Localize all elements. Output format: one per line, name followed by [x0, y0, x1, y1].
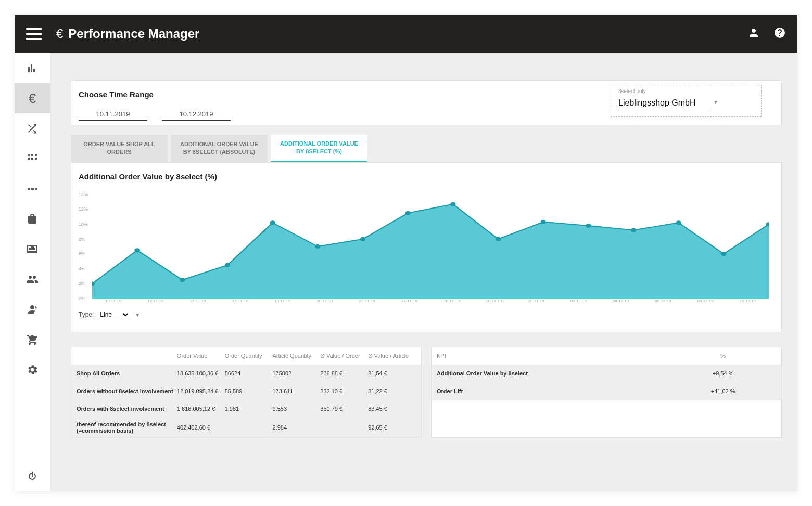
table-header: Order ValueOrder QuantityArticle Quantit… — [71, 347, 421, 365]
sidebar-item-power[interactable] — [15, 461, 50, 491]
chart-x-tick: 12.11.19 — [134, 299, 176, 303]
chart-x-tick: 22.11.19 — [346, 299, 388, 303]
chart-x-tick: 18.11.19 — [261, 299, 303, 303]
date-to-input[interactable] — [162, 108, 231, 121]
svg-point-5 — [315, 244, 320, 249]
chart-y-tick: 8% — [79, 237, 85, 242]
main-content: Choose Time Range 8select only Lieblings… — [50, 53, 797, 491]
chart-y-tick: 4% — [79, 266, 85, 271]
chart-type-select[interactable]: Line — [97, 309, 130, 320]
chart-y-tick: 14% — [79, 192, 88, 197]
svg-point-9 — [496, 237, 501, 241]
sidebar-item-people[interactable] — [15, 264, 50, 294]
metrics-table: Order ValueOrder QuantityArticle Quantit… — [71, 347, 422, 438]
chart-x-tick: 14.11.19 — [177, 299, 219, 303]
chevron-down-icon: ▼ — [135, 312, 140, 318]
table-row: Additional Order Value by 8select+9,54 % — [432, 365, 781, 383]
sidebar-item-analytics[interactable] — [15, 53, 50, 83]
shop-selector-value: Lieblingsshop GmbH — [618, 96, 711, 110]
sidebar-item-display[interactable] — [15, 234, 50, 264]
chart-x-tick: 26.11.19 — [430, 299, 473, 303]
date-from-input[interactable] — [79, 108, 147, 121]
table-row: Shop All Orders13.635.100,36 €5662417500… — [71, 365, 421, 383]
euro-icon: € — [29, 90, 36, 107]
sidebar-item-cart[interactable] — [15, 325, 50, 355]
table-row: thereof recommended by 8select (=commiss… — [71, 418, 421, 437]
svg-point-13 — [676, 220, 681, 225]
svg-point-1 — [134, 248, 139, 252]
table-row: Orders with 8select involvement1.616.005… — [71, 400, 421, 418]
chart-y-tick: 12% — [79, 206, 88, 212]
sidebar: € — [15, 53, 50, 491]
svg-point-8 — [450, 202, 455, 206]
chart-x-tick: 04.12.19 — [600, 299, 642, 303]
tab-order-value-all[interactable]: ORDER VALUE SHOP ALL ORDERS — [71, 135, 168, 162]
chart-x-tick: 24.11.19 — [388, 299, 430, 303]
chart-y-tick: 0% — [79, 296, 85, 301]
sidebar-item-shuffle[interactable] — [15, 113, 50, 144]
chart-type-label: Type: — [79, 311, 94, 318]
chart-area: 0%2%4%6%8%10%12%14% — [92, 194, 769, 299]
svg-point-11 — [586, 224, 591, 228]
user-icon[interactable] — [747, 27, 760, 41]
chart-x-tick: 08.12.19 — [684, 299, 727, 303]
shop-selector[interactable]: 8select only Lieblingsshop GmbH ▼ — [611, 85, 762, 117]
time-range-title: Choose Time Range — [79, 90, 231, 99]
sidebar-item-star-user[interactable] — [15, 294, 50, 325]
kpi-table: KPI%Additional Order Value by 8select+9,… — [431, 347, 782, 438]
time-range-card: Choose Time Range 8select only Lieblings… — [71, 80, 782, 125]
svg-point-12 — [631, 228, 636, 232]
tabs: ORDER VALUE SHOP ALL ORDERS ADDITIONAL O… — [71, 135, 782, 162]
chart-y-tick: 2% — [79, 281, 85, 286]
table-row: Orders without 8select involvement12.019… — [71, 383, 421, 400]
svg-point-14 — [721, 252, 726, 256]
header-currency-icon: € — [56, 27, 63, 41]
tab-additional-percent[interactable]: ADDITIONAL ORDER VALUE BY 8SELECT (%) — [271, 135, 367, 162]
chart-x-tick: 30.11.19 — [515, 299, 557, 303]
menu-toggle-icon[interactable] — [26, 28, 42, 40]
chart-x-tick: 10.12.19 — [727, 299, 769, 303]
chart-x-tick: 02.12.19 — [557, 299, 600, 303]
shop-selector-label: 8select only — [618, 88, 754, 94]
chart-y-tick: 6% — [79, 251, 85, 256]
help-icon[interactable] — [773, 27, 786, 41]
chart-x-labels: 10.11.1912.11.1914.11.1916.11.1918.11.19… — [92, 299, 769, 303]
sidebar-item-dashboard[interactable] — [15, 174, 50, 204]
chart-title: Additional Order Value by 8select (%) — [79, 172, 774, 181]
page-title: Performance Manager — [68, 27, 199, 41]
chart-x-tick: 10.11.19 — [92, 299, 134, 303]
chart-card: Additional Order Value by 8select (%) 0%… — [71, 162, 782, 332]
svg-point-3 — [225, 263, 230, 267]
table-row: Order Lift+41,02 % — [432, 383, 781, 400]
chart-x-tick: 16.11.19 — [219, 299, 261, 303]
svg-point-10 — [540, 220, 545, 224]
chevron-down-icon: ▼ — [713, 99, 718, 105]
tab-additional-absolute[interactable]: ADDITIONAL ORDER VALUE BY 8SELECT (ABSOL… — [171, 135, 268, 162]
chart-x-tick: 20.11.19 — [303, 299, 346, 303]
chart-y-tick: 10% — [79, 222, 88, 227]
svg-point-6 — [360, 237, 365, 241]
chart-x-tick: 06.12.19 — [642, 299, 684, 303]
sidebar-item-settings[interactable] — [15, 355, 50, 385]
table-header: KPI% — [432, 347, 781, 365]
sidebar-item-shop[interactable] — [15, 204, 50, 234]
svg-point-4 — [270, 220, 275, 225]
sidebar-item-revenue[interactable]: € — [15, 83, 50, 113]
svg-point-7 — [405, 211, 410, 215]
sidebar-item-grid[interactable] — [15, 144, 50, 174]
svg-point-2 — [180, 278, 185, 282]
topbar: € Performance Manager — [15, 15, 797, 53]
chart-x-tick: 28.11.19 — [473, 299, 515, 303]
